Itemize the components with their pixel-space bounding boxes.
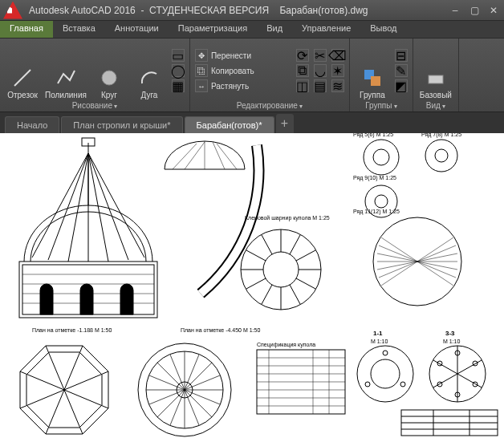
svg-point-83 <box>371 359 400 388</box>
svg-line-29 <box>290 235 300 254</box>
scale-icon[interactable]: ◫ <box>296 79 309 92</box>
mirror-icon[interactable]: ⧉ <box>296 64 309 77</box>
doc-tab-plan[interactable]: План стропил и крыши* <box>61 116 182 133</box>
doc-tab-drum[interactable]: Барабан(готов)* <box>185 116 274 133</box>
group-button[interactable]: Группа <box>355 42 390 99</box>
fillet-icon[interactable]: ◡ <box>314 64 327 77</box>
svg-line-35 <box>262 285 272 304</box>
svg-point-40 <box>364 140 399 175</box>
label-sec33: 3-3 <box>445 330 455 337</box>
base-view-label: Базовый <box>420 91 452 99</box>
rotate-icon[interactable]: ⟳ <box>296 49 309 62</box>
label-plan1: План на отметке -1.188 М 1:50 <box>32 327 112 333</box>
label-sc3: М 1:10 <box>443 339 461 344</box>
copy-button[interactable]: ⿻Копировать <box>195 64 291 77</box>
maximize-button[interactable]: ▢ <box>467 5 482 16</box>
drawing-canvas[interactable]: План на отметке -1.188 М 1:50 План на от… <box>0 133 504 438</box>
svg-line-7 <box>48 153 88 260</box>
svg-point-84 <box>383 351 388 355</box>
svg-line-25 <box>217 144 237 169</box>
label-r56: Ряд 5(6) М 1:25 <box>353 133 393 138</box>
svg-line-38 <box>246 250 266 261</box>
circle-icon <box>99 67 120 88</box>
label-r910: Ряд 9(10) М 1:25 <box>353 175 396 181</box>
trim-icon[interactable]: ✂ <box>314 49 327 62</box>
polyline-button[interactable]: Полилиния <box>45 42 87 99</box>
circle-label: Круг <box>101 91 117 99</box>
tab-parametric[interactable]: Параметризация <box>169 21 257 38</box>
arc-button[interactable]: Дуга <box>132 42 167 99</box>
svg-point-41 <box>373 149 389 165</box>
label-r78: Ряд 7(8) М 1:25 <box>421 133 461 138</box>
svg-line-6 <box>32 153 88 258</box>
tab-view[interactable]: Вид <box>257 21 292 38</box>
document-tabs: Начало План стропил и крыши* Барабан(гот… <box>0 112 504 133</box>
panel-view: Базовый Вид <box>413 39 459 112</box>
circle-button[interactable]: Круг <box>91 42 127 99</box>
tab-home[interactable]: Главная <box>0 21 53 38</box>
svg-line-21 <box>173 144 197 169</box>
stretch-icon: ↔ <box>195 79 208 92</box>
svg-point-86 <box>365 382 370 387</box>
svg-rect-4 <box>429 75 443 83</box>
move-button[interactable]: ✥Перенести <box>195 49 291 62</box>
move-icon: ✥ <box>195 49 208 62</box>
drawing-svg: План на отметке -1.188 М 1:50 План на от… <box>0 133 504 438</box>
svg-point-45 <box>375 195 388 208</box>
group-select-icon[interactable]: ◩ <box>395 79 408 92</box>
panel-modify: ✥Перенести ⿻Копировать ↔Растянуть ⟳ ⧉ ◫ … <box>190 39 350 112</box>
close-button[interactable]: ✕ <box>486 5 501 16</box>
copy-label: Копировать <box>211 67 254 75</box>
ribbon: Отрезок Полилиния Круг Дуга ▭ ◯ ▦ Рисова… <box>0 39 504 112</box>
panel-draw-title[interactable]: Рисование <box>5 99 185 110</box>
panel-groups-title[interactable]: Группы <box>355 99 408 110</box>
line-button[interactable]: Отрезок <box>5 42 40 99</box>
svg-line-22 <box>185 142 205 169</box>
group-edit-icon[interactable]: ✎ <box>395 64 408 77</box>
explode-icon[interactable]: ✶ <box>331 64 344 77</box>
svg-line-33 <box>290 285 300 304</box>
doc-tab-start[interactable]: Начало <box>5 116 59 133</box>
ungroup-icon[interactable]: ⊟ <box>395 49 408 62</box>
base-view-button[interactable]: Базовый <box>418 42 453 99</box>
ellipse-icon[interactable]: ◯ <box>172 64 185 77</box>
label-sec11: 1-1 <box>373 330 383 337</box>
arc-icon <box>139 67 160 88</box>
array-icon[interactable]: ▤ <box>314 79 327 92</box>
group-label: Группа <box>360 91 385 99</box>
offset-icon[interactable]: ≋ <box>331 79 344 92</box>
svg-point-85 <box>400 382 405 387</box>
stretch-button[interactable]: ↔Растянуть <box>195 79 291 92</box>
line-label: Отрезок <box>7 91 38 99</box>
app-name: Autodesk AutoCAD 2016 <box>29 5 136 16</box>
panel-modify-title[interactable]: Редактирование <box>195 99 344 110</box>
label-plan2: План на отметке -4.450 М 1:50 <box>181 327 260 333</box>
rect-icon[interactable]: ▭ <box>172 49 185 62</box>
autocad-logo-icon <box>3 2 22 19</box>
tab-output[interactable]: Вывод <box>360 21 406 38</box>
label-hinge: Кленовой шарнир купола М 1:25 <box>245 215 330 221</box>
hatch-icon[interactable]: ▦ <box>172 79 185 92</box>
tab-insert[interactable]: Вставка <box>53 21 105 38</box>
add-tab-button[interactable]: + <box>276 114 294 133</box>
panel-view-title[interactable]: Вид <box>418 99 453 110</box>
line-icon <box>12 67 33 88</box>
base-view-icon <box>425 67 446 88</box>
minimize-button[interactable]: – <box>448 5 462 16</box>
polyline-icon <box>55 67 76 88</box>
label-r1112: Ряд 11(12) М 1:25 <box>353 209 400 215</box>
polyline-label: Полилиния <box>45 91 87 99</box>
ribbon-tabs: Главная Вставка Аннотации Параметризация… <box>0 21 504 39</box>
tab-manage[interactable]: Управление <box>292 21 360 38</box>
erase-icon[interactable]: ⌫ <box>331 49 344 62</box>
label-spec: Спецификация купола <box>257 342 315 348</box>
svg-rect-3 <box>371 76 380 86</box>
arc-label: Дуга <box>140 91 157 99</box>
svg-line-11 <box>88 153 128 260</box>
tab-annotate[interactable]: Аннотации <box>105 21 169 38</box>
svg-line-39 <box>262 235 272 254</box>
stretch-label: Растянуть <box>211 82 249 91</box>
copy-icon: ⿻ <box>195 64 208 77</box>
svg-line-0 <box>14 70 30 86</box>
file-name: Барабан(готов).dwg <box>279 5 368 16</box>
